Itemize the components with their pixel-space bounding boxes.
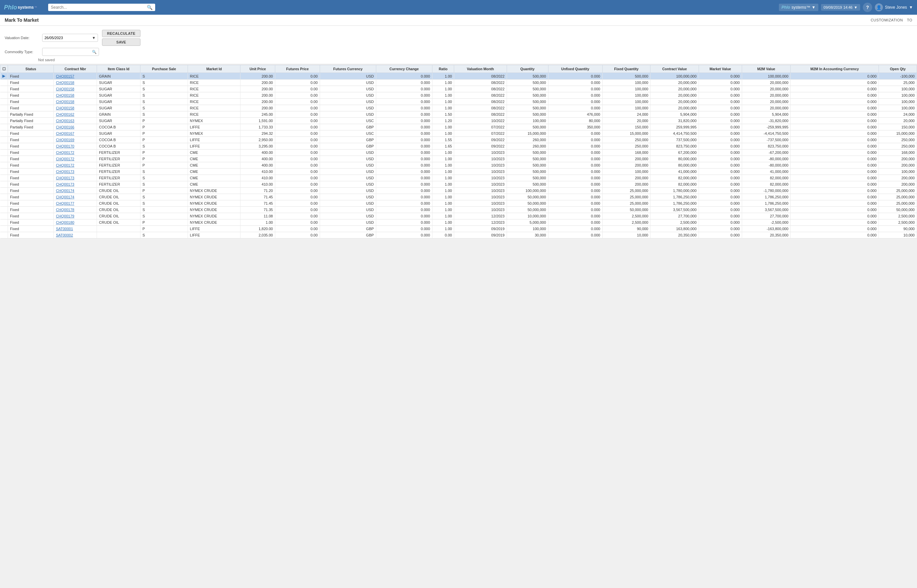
table-cell: 0.000 [376, 175, 432, 181]
table-cell[interactable]: CHQ00173 [54, 181, 97, 187]
col-m2m-value[interactable]: M2M Value [742, 65, 790, 73]
table-cell[interactable]: CHQ00157 [54, 73, 97, 79]
search-input[interactable] [51, 5, 145, 10]
save-button[interactable]: SAVE [102, 39, 140, 46]
table-cell: Fixed [8, 86, 54, 92]
table-cell: 0.000 [791, 150, 879, 156]
table-cell[interactable]: CHQ00162 [54, 111, 97, 118]
col-checkbox[interactable]: ☐ [0, 65, 8, 73]
table-cell[interactable]: CHQ00172 [54, 162, 97, 169]
col-unfixed-quantity[interactable]: Unfixed Quantity [548, 65, 602, 73]
table-cell[interactable]: CHQ00169 [54, 137, 97, 143]
table-cell[interactable]: CHQ00163 [54, 118, 97, 124]
table-row: FixedCHQ00158SUGARSRICE200.000.00USD0.00… [0, 86, 917, 92]
table-cell: SUGAR [97, 105, 140, 111]
table-cell[interactable]: SAT00002 [54, 232, 97, 239]
table-cell: 82,000,000 [742, 175, 790, 181]
commodity-type-field[interactable] [45, 50, 90, 54]
table-cell: 500,000 [507, 79, 548, 86]
table-cell[interactable]: CHQ00166 [54, 124, 97, 131]
table-cell[interactable]: CHQ00158 [54, 79, 97, 86]
col-status[interactable]: Status [8, 65, 54, 73]
col-futures-currency[interactable]: Futures Currency [320, 65, 376, 73]
datetime-selector[interactable]: 09/08/2019 14:46 ▼ [821, 4, 860, 11]
table-cell: Fixed [8, 181, 54, 187]
table-cell: 0.000 [548, 73, 602, 79]
recalculate-button[interactable]: RECALCULATE [102, 30, 140, 37]
col-fixed-quantity[interactable]: Fixed Quantity [602, 65, 651, 73]
table-cell[interactable]: CHQ00172 [54, 150, 97, 156]
col-futures-price[interactable]: Futures Price [275, 65, 320, 73]
table-cell: 0.000 [548, 143, 602, 150]
table-cell[interactable]: CHQ00172 [54, 156, 97, 162]
table-cell: 71.45 [241, 200, 275, 207]
table-cell: 80,000,000 [651, 162, 699, 169]
col-ratio[interactable]: Ratio [432, 65, 454, 73]
table-cell: 1.00 [432, 175, 454, 181]
table-cell: 3,295.00 [241, 143, 275, 150]
col-purchase-sale[interactable]: Purchase Sale [140, 65, 188, 73]
company-selector[interactable]: Phlo systems™ ▼ [779, 4, 819, 11]
table-cell: 24,000 [879, 111, 917, 118]
table-cell: 15,000,000 [879, 131, 917, 137]
valuation-date-dropdown-icon[interactable]: ▼ [92, 36, 96, 40]
table-cell: 1.00 [432, 150, 454, 156]
table-cell: 2,500,000 [651, 220, 699, 226]
commodity-search-icon[interactable]: 🔍 [92, 50, 97, 54]
col-item-class-id[interactable]: Item Class Id [97, 65, 140, 73]
help-button[interactable]: ? [863, 3, 872, 12]
col-unit-price[interactable]: Unit Price [241, 65, 275, 73]
table-cell: 10/2023 [454, 162, 507, 169]
table-cell: S [140, 213, 188, 220]
table-cell: 90,000 [602, 226, 651, 232]
table-cell[interactable]: CHQ00179 [54, 213, 97, 220]
table-cell: 410.00 [241, 181, 275, 187]
valuation-date-input[interactable]: ▼ [42, 34, 98, 42]
col-valuation-month[interactable]: Valuation Month [454, 65, 507, 73]
col-m2m-accounting[interactable]: M2M In Accounting Currency [791, 65, 879, 73]
table-cell: 11.08 [241, 213, 275, 220]
table-cell[interactable]: CHQ00167 [54, 131, 97, 137]
table-cell[interactable]: CHQ00158 [54, 92, 97, 99]
table-cell: 0.00 [275, 207, 320, 213]
table-cell: 500,000 [507, 156, 548, 162]
table-cell[interactable]: CHQ00170 [54, 143, 97, 150]
table-cell[interactable]: CHQ00173 [54, 169, 97, 175]
table-cell: 410.00 [241, 169, 275, 175]
table-cell[interactable]: CHQ00180 [54, 220, 97, 226]
col-contract-nbr[interactable]: Contract Nbr [54, 65, 97, 73]
table-cell: 50,000,000 [507, 194, 548, 200]
table-cell: Fixed [8, 143, 54, 150]
table-cell[interactable]: CHQ00174 [54, 194, 97, 200]
table-cell: NYMEX [187, 118, 241, 124]
table-cell: 0.000 [791, 232, 879, 239]
table-cell[interactable]: CHQ00177 [54, 200, 97, 207]
col-currency-change[interactable]: Currency Change [376, 65, 432, 73]
col-market-id[interactable]: Market Id [187, 65, 241, 73]
user-menu[interactable]: 👤 Steve Jones ▼ [875, 3, 913, 11]
to-link[interactable]: TO [907, 18, 912, 22]
table-cell[interactable]: CHQ00158 [54, 99, 97, 105]
col-contract-value[interactable]: Contract Value [651, 65, 699, 73]
table-cell: 0.000 [699, 175, 742, 181]
search-bar[interactable]: 🔍 [48, 4, 155, 11]
col-market-value[interactable]: Market Value [699, 65, 742, 73]
table-cell: 09/2022 [454, 143, 507, 150]
table-cell[interactable]: CHQ00173 [54, 175, 97, 181]
table-cell: 0.000 [699, 150, 742, 156]
col-quantity[interactable]: Quantity [507, 65, 548, 73]
table-cell: 200,000 [879, 156, 917, 162]
table-cell: 100,000 [879, 169, 917, 175]
col-open-qty[interactable]: Open Qty [879, 65, 917, 73]
table-cell[interactable]: CHQ00178 [54, 207, 97, 213]
customization-link[interactable]: CUSTOMIZATION [870, 18, 903, 22]
table-cell: CME [187, 169, 241, 175]
table-cell: RICE [187, 92, 241, 99]
table-cell[interactable]: CHQ00158 [54, 86, 97, 92]
valuation-date-field[interactable] [45, 36, 90, 40]
table-cell[interactable]: CHQ00174 [54, 187, 97, 194]
commodity-type-input[interactable]: 🔍 [42, 48, 99, 56]
table-cell[interactable]: CHQ00158 [54, 105, 97, 111]
table-cell: S [140, 181, 188, 187]
table-cell[interactable]: SAT00001 [54, 226, 97, 232]
